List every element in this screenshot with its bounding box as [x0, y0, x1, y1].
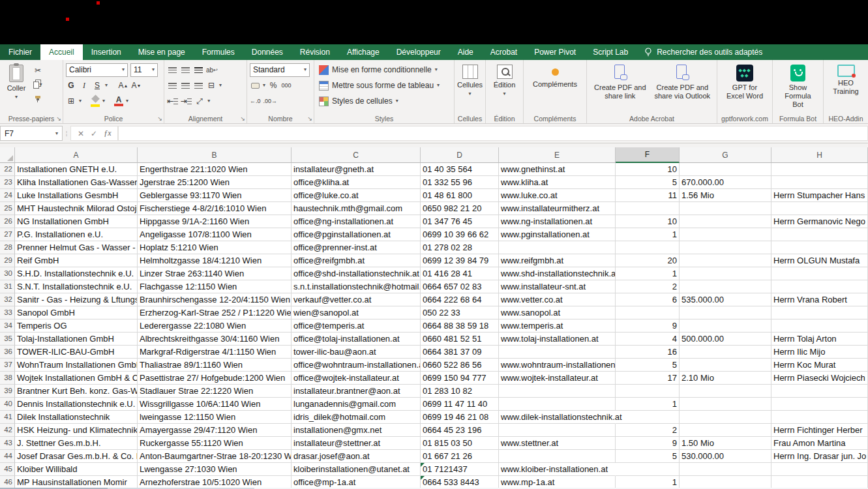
row-header-40[interactable]: 40: [0, 398, 15, 411]
cell-G46[interactable]: [680, 476, 771, 489]
cell-F42[interactable]: 2: [616, 424, 680, 437]
cell-B40[interactable]: Wissgrillgasse 10/6A:1140 Wien: [138, 398, 292, 411]
cell-B30[interactable]: Linzer Strae 263:1140 Wien: [138, 267, 292, 280]
row-header-32[interactable]: 32: [0, 293, 15, 306]
cell-H39[interactable]: [771, 385, 868, 398]
cell-A46[interactable]: MP Hausinstallationen Momir: [15, 476, 138, 489]
cell-G42[interactable]: [680, 424, 771, 437]
cell-B42[interactable]: Amayergasse 29/47:1120 Wien: [138, 424, 292, 437]
cell-D36[interactable]: 0664 381 37 09: [421, 346, 499, 359]
decrease-font-button[interactable]: A▼: [131, 79, 142, 92]
cell-A30[interactable]: S.H.D. Installationstechnik e.U.: [15, 267, 138, 280]
cell-A25[interactable]: MHT Haustechnik Milorad Ostoji: [15, 202, 138, 215]
cell-H24[interactable]: Herrn Stumpacher Hans: [771, 189, 868, 202]
font-size-select[interactable]: 11▾: [130, 63, 158, 77]
cell-E36[interactable]: [499, 346, 616, 359]
cell-G40[interactable]: [680, 398, 771, 411]
cell-H35[interactable]: Herrn Tolaj Arton: [771, 333, 868, 346]
column-header-A[interactable]: A: [15, 147, 138, 163]
cell-D34[interactable]: 0664 88 38 59 18: [421, 319, 499, 333]
create-pdf-share-outlook-button[interactable]: Create PDF and share via Outlook: [651, 62, 714, 113]
fill-color-button[interactable]: [91, 96, 100, 107]
cell-B25[interactable]: Fischerstiege 4-8/2/16:1010 Wien: [138, 202, 292, 215]
tab-script-lab[interactable]: Script Lab: [584, 44, 636, 60]
cell-E37[interactable]: www.wohntraum-installationen.at: [499, 359, 616, 372]
row-header-38[interactable]: 38: [0, 372, 15, 385]
cell-A29[interactable]: Reif GmbH: [15, 254, 138, 267]
number-format-select[interactable]: Standard▾: [250, 63, 310, 77]
cell-E35[interactable]: www.tolaj-installationen.at: [499, 333, 616, 346]
cell-F45[interactable]: [616, 463, 680, 476]
cell-C42[interactable]: installationen@gmx.net: [292, 424, 421, 437]
tab-mise-en-page[interactable]: Mise en page: [130, 44, 194, 60]
cell-E40[interactable]: [499, 398, 616, 411]
row-header-36[interactable]: 36: [0, 346, 15, 359]
cell-E46[interactable]: www.mp-1a.at: [499, 476, 616, 489]
cell-C25[interactable]: haustechnik.mth@gmail.com: [292, 202, 421, 215]
cell-H40[interactable]: [771, 398, 868, 411]
cell-G24[interactable]: 1.56 Mio: [680, 189, 771, 202]
tab-d-veloppeur[interactable]: Développeur: [388, 44, 449, 60]
cell-A38[interactable]: Wojtek Installationen GmbH & Co: [15, 372, 138, 385]
cell-B26[interactable]: Hippgasse 9/1A-2:1160 Wien: [138, 215, 292, 228]
accounting-caret[interactable]: ▾: [263, 83, 265, 88]
cell-E29[interactable]: www.reifgmbh.at: [499, 254, 616, 267]
align-top-button[interactable]: [167, 63, 177, 76]
cell-F26[interactable]: 10: [616, 215, 680, 228]
cut-button[interactable]: ✂: [33, 64, 43, 77]
underline-button[interactable]: S: [92, 79, 102, 92]
insert-function-button[interactable]: ƒx: [104, 128, 111, 138]
cell-E33[interactable]: www.sanopol.at: [499, 306, 616, 319]
cell-F30[interactable]: 1: [616, 267, 680, 280]
cell-A41[interactable]: Dilek Installationstechnik: [15, 411, 138, 424]
alignment-dialog-launcher[interactable]: ↘: [240, 115, 245, 122]
namebox-splitter[interactable]: ⁞: [63, 124, 70, 143]
cell-F38[interactable]: 17: [616, 372, 680, 385]
number-dialog-launcher[interactable]: ↘: [307, 115, 312, 122]
cell-C38[interactable]: office@wojtek-installateur.at: [292, 372, 421, 385]
cell-G44[interactable]: 530.000.00: [680, 450, 771, 463]
cell-B32[interactable]: Braunhirschengasse 12-20/4:1150 Wien: [138, 293, 292, 306]
column-header-C[interactable]: C: [292, 147, 421, 163]
cell-D25[interactable]: 0650 982 21 20: [421, 202, 499, 215]
cell-B45[interactable]: Lwengasse 27:1030 Wien: [138, 463, 292, 476]
cell-B34[interactable]: Lederergasse 22:1080 Wien: [138, 319, 292, 333]
cell-B35[interactable]: Albrechtskreithgasse 30/4:1160 Wien: [138, 333, 292, 346]
font-name-select[interactable]: Calibri▾: [66, 63, 128, 77]
italic-button[interactable]: I: [79, 79, 89, 92]
cell-G22[interactable]: [680, 163, 771, 176]
merge-center-button[interactable]: ⊟: [206, 79, 217, 92]
column-header-G[interactable]: G: [680, 147, 771, 163]
confirm-entry-button[interactable]: ✓: [91, 129, 97, 138]
row-header-45[interactable]: 45: [0, 463, 15, 476]
cell-A37[interactable]: WohnTraum Installationen GmbH: [15, 359, 138, 372]
cell-G23[interactable]: 670.000.00: [680, 176, 771, 189]
cell-C23[interactable]: office@kliha.at: [292, 176, 421, 189]
cell-C46[interactable]: office@mp-1a.at: [292, 476, 421, 489]
cell-A43[interactable]: J. Stettner Ges.m.b.H.: [15, 437, 138, 450]
conditional-formatting-button[interactable]: Mise en forme conditionnelle▾: [317, 62, 451, 78]
cell-H43[interactable]: Frau Amon Martina: [771, 437, 868, 450]
cell-B43[interactable]: Ruckergasse 55:1120 Wien: [138, 437, 292, 450]
cell-E34[interactable]: www.temperis.at: [499, 319, 616, 333]
cell-G41[interactable]: [680, 411, 771, 424]
cell-D32[interactable]: 0664 222 68 64: [421, 293, 499, 306]
cell-B33[interactable]: Erzherzog-Karl-Strae 252 / P1:1220 Wien: [138, 306, 292, 319]
create-pdf-share-link-button[interactable]: Create PDF and share link: [590, 62, 651, 113]
cell-F32[interactable]: 6: [616, 293, 680, 306]
cell-D30[interactable]: 01 416 28 41: [421, 267, 499, 280]
cell-E45[interactable]: www.kloiber-installationen.at: [499, 463, 616, 476]
tab-fichier[interactable]: Fichier: [0, 44, 40, 60]
tab-formules[interactable]: Formules: [194, 44, 243, 60]
cell-F28[interactable]: [616, 241, 680, 254]
cell-H29[interactable]: Herrn OLGUN Mustafa: [771, 254, 868, 267]
cell-E31[interactable]: www.installateur-snt.at: [499, 280, 616, 293]
thousands-separator-button[interactable]: 000: [281, 79, 292, 92]
editing-button[interactable]: Édition▾: [488, 62, 520, 113]
cell-D26[interactable]: 01 347 76 45: [421, 215, 499, 228]
fill-color-caret[interactable]: ▾: [102, 98, 105, 104]
cell-C41[interactable]: idris_dilek@hotmail.com: [292, 411, 421, 424]
cell-A27[interactable]: P.G. Installationen e.U.: [15, 228, 138, 241]
cell-D38[interactable]: 0699 150 94 777: [421, 372, 499, 385]
formula-input[interactable]: [118, 126, 868, 141]
